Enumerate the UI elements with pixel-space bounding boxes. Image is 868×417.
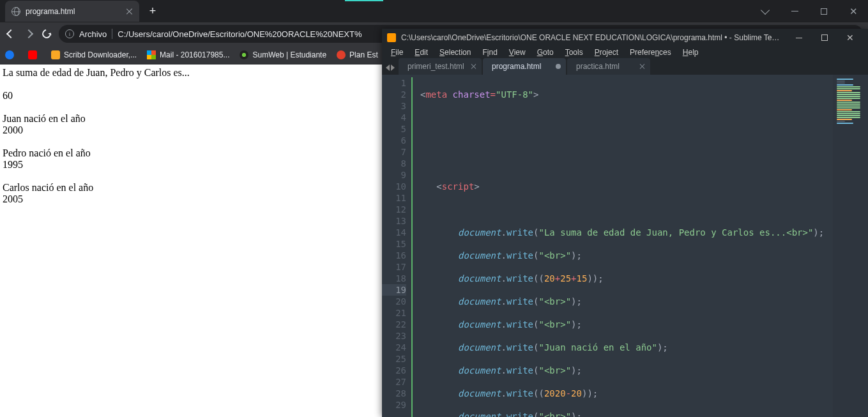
- minimap[interactable]: [833, 75, 868, 417]
- close-icon[interactable]: [640, 64, 645, 69]
- new-tab-button[interactable]: +: [144, 3, 161, 20]
- reload-button[interactable]: [41, 28, 52, 40]
- editor-tab-primeri[interactable]: primeri_test.html: [399, 58, 482, 75]
- sublime-close-button[interactable]: ✕: [837, 29, 863, 47]
- bookmark-plan[interactable]: Plan Est: [337, 50, 378, 59]
- menu-file[interactable]: File: [386, 47, 408, 58]
- code-area[interactable]: <meta charset="UTF-8"> <script> document…: [418, 75, 833, 417]
- editor-tab-label: primeri_test.html: [407, 62, 464, 71]
- tab-nav-arrows[interactable]: [386, 64, 399, 75]
- url-scheme-label: Archivo: [79, 29, 107, 39]
- menu-find[interactable]: Find: [477, 47, 502, 58]
- microsoft-icon: [147, 50, 156, 59]
- youtube-icon: [28, 50, 37, 59]
- close-icon[interactable]: [471, 64, 476, 69]
- globe-icon: [11, 7, 20, 16]
- close-button[interactable]: ✕: [839, 0, 868, 22]
- editor-tab-practica[interactable]: practica.html: [567, 58, 650, 75]
- facebook-icon: [5, 50, 14, 59]
- menu-tools[interactable]: Tools: [560, 47, 588, 58]
- menu-edit[interactable]: Edit: [409, 47, 433, 58]
- window-controls: ✕: [750, 0, 868, 22]
- separator: [112, 29, 112, 39]
- menu-project[interactable]: Project: [590, 47, 623, 58]
- minimize-button[interactable]: [780, 0, 809, 22]
- sublime-title: C:\Users\carol\OneDrive\Escritorio\ONE O…: [401, 33, 781, 42]
- window-focus-indicator: [345, 0, 383, 1]
- menu-view[interactable]: View: [504, 47, 531, 58]
- editor-tab-label: programa.html: [492, 62, 541, 71]
- bookmark-label: Scribd Downloader,...: [64, 50, 137, 59]
- close-icon[interactable]: [126, 8, 133, 15]
- sublime-minimize-button[interactable]: [786, 29, 812, 47]
- bookmark-label: Plan Est: [349, 50, 378, 59]
- editor-body: 1234567891011121314151617181920212223242…: [382, 75, 868, 417]
- sublime-titlebar: C:\Users\carol\OneDrive\Escritorio\ONE O…: [382, 29, 868, 47]
- sublime-logo-icon: [387, 33, 396, 42]
- chevron-left-icon: [386, 64, 390, 71]
- browser-tab[interactable]: programa.html: [5, 1, 139, 22]
- editor-tab-label: practica.html: [576, 62, 620, 71]
- bookmark-mail[interactable]: Mail - 2016017985...: [147, 50, 229, 59]
- sublime-maximize-button[interactable]: [812, 29, 837, 47]
- browser-tab-bar: programa.html +: [0, 0, 868, 22]
- bookmark-facebook[interactable]: [5, 50, 18, 59]
- bookmark-label: Mail - 2016017985...: [160, 50, 229, 59]
- bookmark-youtube[interactable]: [28, 50, 41, 59]
- tab-title: programa.html: [26, 7, 75, 16]
- dirty-dot-icon: [556, 64, 561, 69]
- maximize-button[interactable]: [809, 0, 839, 22]
- editor-tab-programa[interactable]: programa.html: [483, 58, 566, 75]
- menu-help[interactable]: Help: [678, 47, 704, 58]
- chevron-down-icon[interactable]: [750, 0, 780, 22]
- canvas-icon: [337, 50, 346, 59]
- menu-preferences[interactable]: Preferences: [625, 47, 676, 58]
- line-number-gutter: 1234567891011121314151617181920212223242…: [382, 75, 411, 417]
- sublime-window-controls: ✕: [786, 29, 863, 47]
- sumweb-icon: [240, 50, 248, 59]
- sublime-window: C:\Users\carol\OneDrive\Escritorio\ONE O…: [382, 29, 868, 417]
- back-button[interactable]: [5, 28, 17, 40]
- bookmark-sumweb[interactable]: SumWeb | Estudiante: [240, 50, 326, 59]
- url-path: C:/Users/carol/OneDrive/Escritorio/ONE%2…: [118, 29, 362, 39]
- bookmark-label: SumWeb | Estudiante: [252, 50, 326, 59]
- forward-button[interactable]: [23, 28, 34, 40]
- sublime-tab-bar: primeri_test.html programa.html practica…: [382, 58, 868, 75]
- menu-selection[interactable]: Selection: [434, 47, 476, 58]
- chevron-right-icon: [391, 64, 395, 71]
- fold-strip: [411, 77, 418, 417]
- bookmark-scribd[interactable]: Scribd Downloader,...: [51, 50, 137, 59]
- info-icon: i: [65, 29, 74, 38]
- scribd-icon: [51, 50, 60, 59]
- sublime-menu-bar: File Edit Selection Find View Goto Tools…: [382, 47, 868, 58]
- menu-goto[interactable]: Goto: [532, 47, 559, 58]
